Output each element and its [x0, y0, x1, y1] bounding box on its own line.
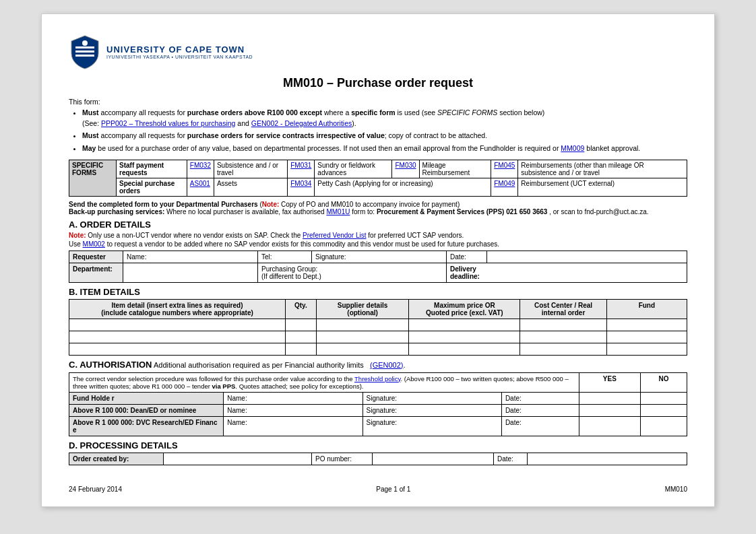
fund-holder-date: Date:	[501, 392, 579, 404]
po-number-value	[373, 453, 494, 465]
as001-link[interactable]: AS001	[190, 180, 210, 187]
svg-rect-2	[75, 55, 94, 57]
fund-holder-yes	[579, 392, 641, 404]
dean-ed-label: Above R 100 000: Dean/ED or nominee	[69, 404, 224, 416]
fm045-link[interactable]: FM045	[494, 162, 515, 169]
intro-section: This form: Must accompany all requests f…	[69, 97, 687, 154]
note-label: Note:	[262, 201, 280, 208]
fm049-link[interactable]: FM049	[494, 180, 515, 187]
date-value-d	[528, 453, 687, 465]
section-b-heading: B. ITEM DETAILS	[69, 287, 687, 297]
dean-ed-yes	[579, 404, 641, 416]
specific-forms-label: SPECIFICFORMS	[69, 160, 117, 196]
intro-label: This form:	[69, 98, 100, 106]
dean-ed-signature: Signature:	[363, 404, 501, 416]
fm030-link[interactable]: FM030	[395, 162, 416, 169]
department-value-cell	[123, 263, 258, 282]
send-note-text: (Note: Copy of PO and MM010 to accompany…	[259, 201, 460, 208]
delivery-bold: Deliverydeadline:	[450, 265, 480, 280]
specific-forms-italic: SPECIFIC FORMS	[437, 108, 497, 116]
mm009-link[interactable]: MM009	[561, 144, 584, 152]
intro-list: Must accompany all requests for purchase…	[82, 108, 687, 154]
svg-point-3	[82, 40, 88, 46]
mm002-link[interactable]: MM002	[83, 240, 105, 248]
via-pps-bold: via PPS	[212, 382, 236, 390]
sf-reimb: Reimbursements (other than mileage OR su…	[518, 160, 687, 178]
order-details-table: Requester Name: Tel: Signature: Date: De…	[69, 251, 687, 283]
item-row-1	[69, 319, 687, 331]
header: UNIVERSITY OF CAPE TOWN IYUNIVESITHI YAS…	[69, 34, 687, 69]
logo-area: UNIVERSITY OF CAPE TOWN IYUNIVESITHI YAS…	[69, 34, 253, 69]
no-header: NO	[641, 372, 687, 392]
university-name: UNIVERSITY OF CAPE TOWN	[106, 44, 253, 55]
specific-forms-table: SPECIFICFORMS Staff payment requests FM0…	[69, 160, 687, 197]
fm034-link[interactable]: FM034	[290, 180, 311, 187]
requester-label: Requester	[69, 251, 123, 263]
threshold-policy-link[interactable]: Threshold policy	[354, 375, 400, 382]
section-d-heading: D. PROCESSING DETAILS	[69, 440, 687, 450]
fund-header: Fund	[606, 299, 687, 319]
pps-bold: Procurement & Payment Services (PPS) 021…	[377, 208, 547, 215]
dean-ed-no	[641, 404, 687, 416]
backup-bold: Back-up purchasing services:	[69, 208, 164, 215]
item-detail-2	[69, 331, 286, 343]
logo-text: UNIVERSITY OF CAPE TOWN IYUNIVESITHI YAS…	[106, 44, 253, 59]
ppp002-link[interactable]: PPP002 – Threshold values for purchasing	[101, 119, 235, 127]
note-text-a1: Only use a non-UCT vendor where no vendo…	[88, 232, 303, 239]
sf-subsistence: Subsistence and / or travel	[214, 160, 287, 178]
sf-sundry: Sundry or fieldwork advances	[315, 160, 392, 178]
qty-2	[285, 331, 316, 343]
cost-center-1	[520, 319, 606, 331]
may-label: May	[82, 144, 96, 152]
backup-text: Where no local purchaser is available, f…	[166, 208, 326, 215]
footer-code: MM010	[665, 486, 687, 493]
tel-label-cell: Tel:	[258, 251, 312, 263]
yes-header: YES	[579, 372, 641, 392]
supplier-2	[316, 331, 409, 343]
fm031-link[interactable]: FM031	[290, 162, 311, 169]
document-title: MM010 – Purchase order request	[283, 76, 473, 90]
fund-1	[606, 319, 687, 331]
uct-shield-icon	[69, 34, 101, 69]
section-a-heading: A. ORDER DETAILS	[69, 220, 687, 230]
cost-center-2	[520, 331, 606, 343]
must-label-1: Must	[82, 108, 99, 116]
authorisation-table: The correct vendor selection procedure w…	[69, 372, 687, 436]
gen002-link[interactable]: GEN002 - Delegated Authorities	[251, 119, 352, 127]
preferred-vendor-link[interactable]: Preferred Vendor List	[303, 232, 367, 239]
fund-3	[606, 343, 687, 355]
supplier-1	[316, 319, 409, 331]
document-title-container: MM010 – Purchase order request	[69, 76, 687, 90]
supplier-3	[316, 343, 409, 355]
max-price-1	[409, 319, 520, 331]
fm032-link[interactable]: FM032	[190, 162, 211, 169]
must-label-2: Must	[82, 131, 99, 139]
qty-header: Qty.	[285, 299, 316, 319]
cost-center-3	[520, 343, 606, 355]
cost-center-header: Cost Center / Realinternal order	[520, 299, 606, 319]
note-text-a2b: to request a vendor to be added where no…	[107, 240, 499, 248]
purchasing-group-cell: Purchasing Group:(If different to Dept.)	[258, 263, 447, 282]
po-number-label: PO number:	[312, 453, 373, 465]
dvc-no	[641, 416, 687, 436]
max-price-2	[409, 331, 520, 343]
signature-cell: Signature:	[312, 251, 447, 263]
fund-2	[606, 331, 687, 343]
note-text-a1b: for preferred UCT SAP vendors.	[368, 232, 464, 239]
footer-date: 24 February 2014	[69, 486, 122, 493]
footer-page: Page 1 of 1	[376, 486, 410, 493]
intro-bullet2: Must accompany all requests for purchase…	[82, 131, 687, 141]
sf-fm030-link-cell: FM030	[392, 160, 419, 178]
fund-holder-name: Name:	[224, 392, 363, 404]
gen002-auth-link[interactable]: (GEN002)	[370, 361, 404, 369]
mm01u-link[interactable]: MM01U	[326, 208, 350, 215]
backup-text3: , or scan to fnd-purch@uct.ac.za.	[549, 208, 648, 215]
purchase-orders-bold: purchase orders above R100 000 except	[187, 108, 322, 116]
backup-text2: form to:	[352, 208, 377, 215]
send-note-section: Send the completed form to your Departme…	[69, 201, 687, 215]
sf-fm031-link-cell: FM031	[288, 160, 315, 178]
sf-staff-label: Staff payment requests	[117, 160, 187, 178]
date-label-d: Date:	[494, 453, 528, 465]
dvc-yes	[579, 416, 641, 436]
service-contracts-bold: purchase orders for service contracts ir…	[187, 131, 385, 139]
